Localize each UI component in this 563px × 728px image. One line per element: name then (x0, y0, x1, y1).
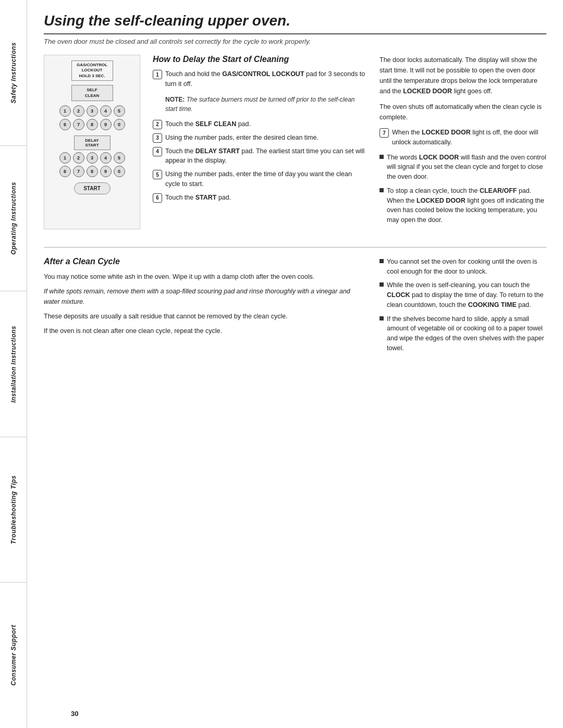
step-5: 5 Using the number pads, enter the time … (153, 169, 367, 189)
sidebar-section-troubleshooting: Troubleshooting Tips (0, 437, 27, 583)
after-clean-left: After a Clean Cycle You may notice some … (44, 257, 367, 357)
sidebar: Safety Instructions Operating Instructio… (0, 0, 27, 728)
right-para-1: The door locks automatically. The displa… (380, 55, 546, 96)
after-bullet-1: You cannot set the oven for cooking unti… (380, 257, 546, 277)
right-bullets: The words LOCK DOOR will flash and the o… (380, 153, 546, 225)
sidebar-section-safety: Safety Instructions (0, 0, 27, 146)
num-row-4: 6 7 8 9 0 (59, 166, 125, 177)
bullet-1-text: The words LOCK DOOR will flash and the o… (387, 153, 546, 182)
num-row-2: 6 7 8 9 0 (59, 119, 125, 130)
after-clean-right: You cannot set the oven for cooking unti… (380, 257, 546, 357)
num-7: 7 (73, 119, 84, 130)
after-bullet-3: If the shelves become hard to slide, app… (380, 314, 546, 353)
step-3-text: Using the number pads, enter the desired… (165, 133, 319, 143)
how-to-title: How to Delay the Start of Cleaning (153, 55, 367, 64)
self-clean-button: SELFCLEAN (71, 85, 113, 101)
num-6: 6 (59, 119, 71, 130)
after-clean-section: After a Clean Cycle You may notice some … (44, 257, 546, 357)
num-5b: 5 (114, 152, 125, 164)
gas-control-lockout-label: GAS/CONTROLLOCKOUTHOLD 3 SEC. (71, 60, 113, 81)
after-bullet-1-text: You cannot set the oven for cooking unti… (387, 257, 546, 277)
after-bullet-2-icon (380, 282, 384, 287)
after-clean-para-4: If the oven is not clean after one clean… (44, 326, 367, 336)
bullet-2-icon (380, 188, 384, 192)
num-8: 8 (87, 119, 98, 130)
bullet-2-text: To stop a clean cycle, touch the CLEAR/O… (387, 186, 546, 225)
oven-panel-illustration: GAS/CONTROLLOCKOUTHOLD 3 SEC. SELFCLEAN … (44, 55, 140, 229)
after-clean-bullets: You cannot set the oven for cooking unti… (380, 257, 546, 353)
num-9b: 9 (100, 166, 112, 177)
step-6-text: Touch the START pad. (165, 193, 231, 203)
step-5-num: 5 (153, 170, 162, 179)
step-4-num: 4 (153, 147, 162, 156)
step-3-num: 3 (153, 133, 162, 143)
page-number: 30 (54, 710, 78, 718)
after-clean-para-2: If white spots remain, remove them with … (44, 286, 367, 307)
step-1: 1 Touch and hold the GAS/CONTROL LOCKOUT… (153, 69, 367, 89)
after-clean-para-1: You may notice some white ash in the ove… (44, 272, 367, 282)
step-2-num: 2 (153, 120, 162, 129)
sidebar-label-installation: Installation Instructions (10, 326, 17, 403)
num-0: 0 (114, 119, 125, 130)
after-bullet-2-text: While the oven is self-cleaning, you can… (387, 280, 546, 310)
after-bullet-3-text: If the shelves become hard to slide, app… (387, 314, 546, 353)
after-bullet-1-icon (380, 259, 384, 263)
num-2b: 2 (73, 152, 84, 164)
sidebar-section-consumer: Consumer Support (0, 583, 27, 728)
step-1-num: 1 (153, 70, 162, 79)
sidebar-label-operating: Operating Instructions (10, 182, 17, 255)
num-5: 5 (114, 105, 125, 117)
step-4-text: Touch the DELAY START pad. The earliest … (165, 146, 367, 166)
page-wrapper: Using the self-cleaning upper oven. The … (27, 0, 563, 728)
step-5-text: Using the number pads, enter the time of… (165, 169, 367, 189)
step-2: 2 Touch the SELF CLEAN pad. (153, 119, 367, 129)
step-note: NOTE: The surface burners must be turned… (153, 93, 367, 116)
section-divider (44, 247, 546, 248)
delay-start-button: DELAYSTART (74, 135, 111, 150)
bullet-2: To stop a clean cycle, touch the CLEAR/O… (380, 186, 546, 225)
page-subtitle: The oven door must be closed and all con… (44, 38, 546, 45)
sidebar-label-troubleshooting: Troubleshooting Tips (10, 475, 17, 544)
num-3: 3 (87, 105, 98, 117)
step-7-text: When the LOCKED DOOR light is off, the d… (392, 128, 546, 147)
step-3: 3 Using the number pads, enter the desir… (153, 133, 367, 143)
num-9: 9 (100, 119, 112, 130)
num-7b: 7 (73, 166, 84, 177)
step-6: 6 Touch the START pad. (153, 193, 367, 203)
after-clean-para-3: These deposits are usually a salt residu… (44, 311, 367, 322)
step-2-text: Touch the SELF CLEAN pad. (165, 119, 251, 129)
sidebar-section-installation: Installation Instructions (0, 291, 27, 437)
right-column: The door locks automatically. The displa… (380, 55, 546, 229)
num-6b: 6 (59, 166, 71, 177)
bullet-1: The words LOCK DOOR will flash and the o… (380, 153, 546, 182)
right-para-2: The oven shuts off automatically when th… (380, 102, 546, 122)
step-note-text: NOTE: The surface burners must be turned… (165, 95, 367, 114)
num-4b: 4 (100, 152, 112, 164)
after-bullet-2: While the oven is self-cleaning, you can… (380, 280, 546, 310)
num-1b: 1 (59, 152, 71, 164)
sidebar-label-consumer: Consumer Support (10, 625, 17, 686)
after-clean-title: After a Clean Cycle (44, 257, 367, 266)
num-row-3: 1 2 3 4 5 (59, 152, 125, 164)
step-1-text: Touch and hold the GAS/CONTROL LOCKOUT p… (165, 69, 367, 89)
bullet-1-icon (380, 155, 384, 159)
main-content: Using the self-cleaning upper oven. The … (27, 0, 563, 728)
step-4: 4 Touch the DELAY START pad. The earlies… (153, 146, 367, 166)
after-bullet-3-icon (380, 316, 384, 320)
num-4: 4 (100, 105, 112, 117)
sidebar-section-operating: Operating Instructions (0, 146, 27, 292)
sidebar-label-safety: Safety Instructions (10, 42, 17, 104)
page-title: Using the self-cleaning upper oven. (44, 13, 546, 34)
num-3b: 3 (87, 152, 98, 164)
num-row-1: 1 2 3 4 5 (59, 105, 125, 117)
num-2: 2 (73, 105, 84, 117)
step-7: 7 When the LOCKED DOOR light is off, the… (380, 128, 546, 147)
num-1: 1 (59, 105, 71, 117)
start-button: START (74, 182, 111, 194)
steps-list: 1 Touch and hold the GAS/CONTROL LOCKOUT… (153, 69, 367, 203)
step-6-num: 6 (153, 193, 162, 203)
num-0b: 0 (114, 166, 125, 177)
step-7-num: 7 (380, 128, 389, 138)
num-8b: 8 (87, 166, 98, 177)
how-to-section: How to Delay the Start of Cleaning 1 Tou… (153, 55, 367, 229)
